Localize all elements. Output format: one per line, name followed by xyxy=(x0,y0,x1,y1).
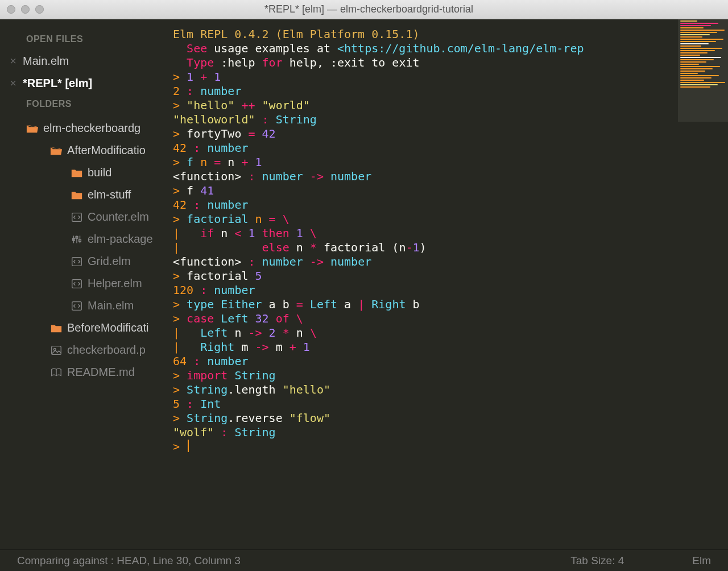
close-icon[interactable]: × xyxy=(8,77,18,90)
titlebar: *REPL* [elm] — elm-checkerboardgrid-tuto… xyxy=(0,0,728,19)
file-item[interactable]: checkerboard.p xyxy=(0,339,171,361)
status-syntax[interactable]: Elm xyxy=(692,555,711,567)
tree-item-label: Main.elm xyxy=(88,299,134,312)
editor-area[interactable]: Elm REPL 0.4.2 (Elm Platform 0.15.1) See… xyxy=(171,19,728,549)
close-window-button[interactable] xyxy=(7,5,15,14)
tree-item-label: AfterModificatio xyxy=(67,144,146,157)
tree-item-label: Helper.elm xyxy=(88,277,142,290)
close-icon[interactable]: × xyxy=(8,55,18,68)
tree-item-label: build xyxy=(88,166,111,179)
tree-item-label: Grid.elm xyxy=(88,255,131,268)
tree-item-label: README.md xyxy=(67,366,135,379)
status-tab-size[interactable]: Tab Size: 4 xyxy=(570,555,624,567)
sidebar: OPEN FILES ×Main.elm×*REPL* [elm] FOLDER… xyxy=(0,19,171,549)
file-item[interactable]: Counter.elm xyxy=(0,206,171,228)
open-files-heading: OPEN FILES xyxy=(0,30,171,50)
window-title: *REPL* [elm] — elm-checkerboardgrid-tuto… xyxy=(51,3,687,15)
folder-item[interactable]: elm-checkerboardg xyxy=(0,117,171,139)
status-position[interactable]: Comparing against : HEAD, Line 30, Colum… xyxy=(17,555,570,567)
tree-item-label: elm-stuff xyxy=(88,188,131,201)
open-file-name: Main.elm xyxy=(23,55,69,68)
zoom-window-button[interactable] xyxy=(35,5,44,14)
statusbar: Comparing against : HEAD, Line 30, Colum… xyxy=(0,549,728,571)
open-file-name: *REPL* [elm] xyxy=(23,77,92,90)
minimap[interactable] xyxy=(678,19,728,122)
file-item[interactable]: README.md xyxy=(0,361,171,383)
folder-item[interactable]: build xyxy=(0,162,171,184)
folder-item[interactable]: elm-stuff xyxy=(0,184,171,206)
file-item[interactable]: Main.elm xyxy=(0,295,171,317)
tree-item-label: BeforeModificati xyxy=(67,321,148,334)
folder-item[interactable]: AfterModificatio xyxy=(0,139,171,162)
folder-item[interactable]: BeforeModificati xyxy=(0,317,171,339)
file-item[interactable]: Grid.elm xyxy=(0,250,171,272)
cursor xyxy=(188,440,189,452)
folders-heading: FOLDERS xyxy=(0,94,171,115)
repl-output[interactable]: Elm REPL 0.4.2 (Elm Platform 0.15.1) See… xyxy=(171,19,728,454)
minimize-window-button[interactable] xyxy=(21,5,30,14)
file-item[interactable]: Helper.elm xyxy=(0,272,171,295)
svg-rect-7 xyxy=(52,346,61,354)
tree-item-label: elm-checkerboardg xyxy=(43,122,140,135)
tree-item-label: elm-package xyxy=(88,233,153,246)
file-item[interactable]: elm-package xyxy=(0,228,171,250)
tree-item-label: checkerboard.p xyxy=(67,344,146,357)
open-file-item[interactable]: ×*REPL* [elm] xyxy=(0,72,171,94)
tree-item-label: Counter.elm xyxy=(88,210,149,224)
open-file-item[interactable]: ×Main.elm xyxy=(0,50,171,72)
traffic-lights xyxy=(7,5,44,14)
